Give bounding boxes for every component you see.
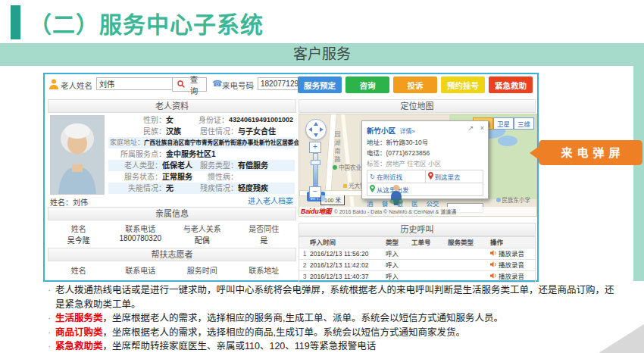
- play-recording-link[interactable]: 播放录音: [499, 271, 524, 282]
- field-value: 与子女合住: [238, 126, 276, 137]
- profile-fields: 性别：女 身份证：43240619491001002 民族：汉族 居住情况：与子…: [108, 114, 295, 194]
- relatives-section-title: 亲属信息: [48, 207, 296, 220]
- cell: [411, 260, 448, 270]
- field-value: 正常服务: [162, 171, 192, 183]
- speaker-icon: [490, 271, 497, 282]
- field-label: 所属服务点：: [110, 148, 166, 160]
- service-booking-button[interactable]: 服务预定: [298, 77, 342, 93]
- popup-icons: ↗ ×: [464, 124, 484, 132]
- profile-panel: 老人资料 姓名：刘伟 电话： 8207712915 性别：女 身份证：43240…: [48, 99, 296, 281]
- play-recording-link[interactable]: 播放录音: [499, 248, 524, 259]
- appointment-button[interactable]: 预约挂号: [441, 77, 485, 93]
- red-pin-icon: [428, 172, 433, 181]
- consult-button[interactable]: 咨询: [345, 77, 389, 93]
- bullet-icon: ·: [43, 311, 55, 326]
- note-item: · 商品订购类，坐席根据老人的需求，选择相应的商品,生成订单。系统会以短信方式通…: [43, 326, 617, 340]
- profile-row: 所属服务点：金中服务社区1: [108, 148, 295, 160]
- map-lake: [498, 136, 517, 146]
- map-view-satellite[interactable]: 卫星: [493, 117, 514, 130]
- cell: 是: [233, 234, 295, 245]
- phone-icon: ☎: [212, 79, 223, 89]
- search-button[interactable]: 查询: [172, 77, 207, 92]
- bullet-icon: ·: [43, 326, 55, 340]
- tab-go-here[interactable]: 到这里去: [426, 170, 483, 183]
- history-row: 3 2016/12/13 11:40:37 呼入 播放录音: [299, 270, 535, 282]
- elder-name-label: 老人姓名: [61, 80, 92, 91]
- tab-label: 在附近找: [377, 172, 402, 181]
- app-screenshot: 老人姓名 查询 ☎ 来电号码 服务预定 咨询 投诉 预约挂号 紧急救助 老人资料: [43, 73, 539, 282]
- profile-row: 性别：女 身份证：43240619491001002: [108, 114, 295, 126]
- field-value: 广西壮族自治区南宁市青秀区新竹街道办事处新竹社区居委会: [144, 137, 299, 148]
- bullet-icon: ·: [43, 283, 55, 311]
- cell: 呼入: [386, 271, 411, 282]
- poi-text: 民族东小学: [502, 197, 531, 204]
- field-label: 慢性病：: [192, 171, 238, 183]
- popup-phone: 电话：(0771)6723856: [367, 148, 483, 157]
- nearby-icon: ↻: [370, 173, 375, 180]
- col-header: 与老人关系: [171, 223, 233, 234]
- map-person-figure: [389, 184, 404, 207]
- field-label: 老人类型：: [110, 160, 162, 171]
- photo-name: 姓名：刘伟: [50, 196, 88, 208]
- green-pin-icon: [370, 185, 375, 194]
- attribution-text: © 2016 Baidu - Data © NavInfo & CenNavi …: [334, 209, 457, 214]
- col-header: 联系电话: [110, 223, 172, 234]
- speaker-icon: [490, 248, 497, 259]
- bullet-icon: ·: [43, 339, 55, 353]
- field-value: 有偿服务: [238, 160, 268, 171]
- map-attribution: Baidu地图© 2016 Baidu - Data © NavInfo & C…: [299, 207, 536, 216]
- subtitle-banner: 客户服务: [0, 43, 644, 66]
- relatives-row: 吴今隆 1800780320 配偶 是: [48, 234, 295, 245]
- note-text: ，坐席根据老人的需求，选择相应的服务商,生成工单、派单。系统会以短信方式通知服务…: [103, 313, 503, 323]
- callout-label: 来电弹屏: [539, 140, 642, 165]
- search-button-label: 查询: [186, 73, 202, 96]
- notes-list: · 老人拨通热线电话或是进行一键求助，呼叫中心系统将会电弹屏，系统根据老人的来电…: [43, 283, 617, 353]
- cell: [448, 260, 490, 270]
- popup-details-link[interactable]: 详情»: [399, 128, 414, 135]
- action-buttons: 服务预定 咨询 投诉 预约挂号 紧急救助: [298, 77, 533, 93]
- zoom-handle[interactable]: [311, 160, 320, 165]
- popup-tabs: ↻ 在附近找 到这里去: [367, 170, 483, 183]
- field-label: 居住情况：: [192, 126, 238, 137]
- field-label: 失能情况：: [110, 183, 166, 194]
- close-icon[interactable]: ×: [480, 124, 484, 132]
- field-value: 汉族: [166, 126, 181, 137]
- elder-name-input[interactable]: [96, 77, 174, 90]
- col-header: 呼入时间: [310, 237, 386, 248]
- profile-row: 服务状态：正常服务 慢性病：: [108, 171, 295, 183]
- play-recording-link[interactable]: 播放录音: [499, 260, 524, 270]
- history-header-row: 呼入时间 类型 工单号 服务类型 操作: [299, 236, 535, 248]
- tab-depart-here[interactable]: 从这里出发: [367, 183, 483, 196]
- map-poi-label: 民族东小学: [496, 195, 531, 204]
- cell: 配偶: [171, 234, 233, 245]
- map-zoom-slider[interactable]: + −: [309, 142, 321, 198]
- enter-archive-link[interactable]: 进入老人档案: [248, 195, 293, 206]
- slide: （二）服务中心子系统 客户服务 老人姓名 查询 ☎ 来电号码 服务预定 咨询: [0, 0, 644, 353]
- speaker-icon: [490, 260, 497, 270]
- col-header: 操作: [490, 237, 535, 248]
- col-header: 姓名: [48, 264, 110, 276]
- emergency-button[interactable]: 紧急救助: [489, 77, 533, 93]
- profile-section-title: 老人资料: [48, 99, 296, 113]
- baidu-map[interactable]: 园湖南路 中国农业银行 光大银行 民族东小学 新竹 + − 地图 卫星 三维: [299, 114, 537, 217]
- note-item: · 生活服务类，坐席根据老人的需求，选择相应的服务商,生成工单、派单。系统会以短…: [43, 311, 617, 326]
- field-value: 低保老人: [162, 160, 192, 171]
- field-value: 无: [166, 183, 174, 194]
- map-compass-control[interactable]: [305, 119, 327, 140]
- baidu-logo: Baidu地图: [301, 208, 332, 215]
- zoom-out-button[interactable]: −: [309, 186, 321, 198]
- cell: 2016/12/13 11:56:20: [310, 248, 386, 259]
- cell: 2: [299, 260, 310, 270]
- cell: 呼入: [386, 248, 411, 259]
- volunteers-headers: 姓名 联系电话 服务时间 联系地址: [48, 264, 295, 276]
- zoom-in-button[interactable]: +: [309, 142, 321, 153]
- map-view-3d[interactable]: 三维: [514, 117, 534, 130]
- elder-photo: [50, 115, 105, 195]
- share-icon[interactable]: ↗: [468, 124, 474, 132]
- profile-row: 民族：汉族 居住情况：与子女合住: [108, 126, 295, 137]
- cell: [411, 271, 448, 282]
- col-header: 类型: [386, 237, 411, 248]
- complaint-button[interactable]: 投诉: [393, 77, 437, 93]
- tab-search-nearby[interactable]: ↻ 在附近找: [367, 170, 426, 183]
- note-term: 商品订购类: [55, 327, 103, 338]
